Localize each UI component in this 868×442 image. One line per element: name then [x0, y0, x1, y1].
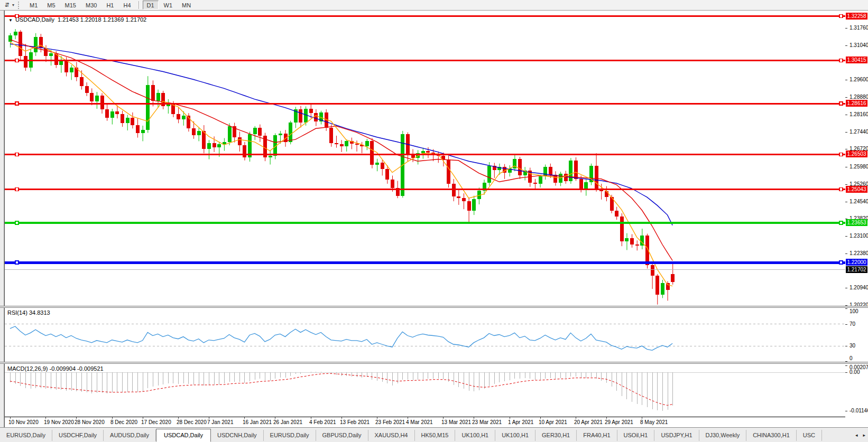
date-tick-label: 28 Dec 2020 [177, 419, 207, 425]
axis-tick-label: 1.20940 [849, 285, 868, 290]
timeframe-button-H1[interactable]: H1 [102, 1, 118, 10]
date-axis[interactable]: 10 Nov 202019 Nov 202028 Nov 20208 Dec 2… [5, 417, 845, 427]
price-line-label: 1.23653 [846, 219, 867, 226]
axis-tick-label: 1.22380 [849, 250, 868, 256]
date-tick-mark [178, 417, 179, 419]
panel-separator[interactable] [0, 362, 868, 364]
chart-tabs-bar: EURUSD,DailyUSDCHF,DailyAUDUSD,DailyUSDC… [0, 427, 868, 442]
date-tick-label: 4 Mar 2021 [406, 419, 433, 425]
chart-tab-USDJPY-H1[interactable]: USDJPY,H1 [654, 430, 699, 441]
date-tick-mark [377, 417, 377, 419]
axis-tick-mark [845, 45, 847, 46]
axis-tick-mark [845, 132, 847, 133]
chart-tab-UK100-H1[interactable]: UK100,H1 [495, 430, 535, 441]
timeframe-button-D1[interactable]: D1 [143, 1, 159, 10]
chart-tab-CHINA300-H1[interactable]: CHINA300,H1 [746, 430, 797, 441]
chart-title-dropdown-icon[interactable]: ▼ [8, 18, 13, 23]
chart-tab-EURUSD-Daily[interactable]: EURUSD,Daily [264, 430, 316, 441]
chart-tab-UK100-H1[interactable]: UK100,H1 [455, 430, 495, 441]
axis-tick-mark [845, 288, 847, 288]
timeframe-button-M15[interactable]: M15 [61, 1, 80, 10]
chart-arrows-icon[interactable]: ⇵ [2, 1, 12, 10]
axis-tick-mark [845, 346, 847, 346]
date-tick-mark [112, 417, 113, 419]
date-tick-mark [341, 417, 342, 419]
chart-tab-HK50-M15[interactable]: HK50,M15 [415, 430, 456, 441]
tab-scroll-right-button[interactable]: ▸ [860, 431, 868, 439]
timeframe-button-W1[interactable]: W1 [160, 1, 177, 10]
axis-tick-mark [845, 28, 847, 29]
chart-tab-XAUUSD-H4[interactable]: XAUUSD,H4 [368, 430, 415, 441]
axis-tick-label: -0.011462 [849, 408, 868, 413]
timeframe-button-H4[interactable]: H4 [119, 1, 135, 10]
date-tick-mark [143, 417, 143, 419]
chart-tab-EURUSD-Daily[interactable]: EURUSD,Daily [0, 430, 52, 441]
date-tick-label: 1 Apr 2021 [508, 419, 533, 425]
chart-tab-USDCAD-Daily[interactable]: USDCAD,Daily [156, 429, 211, 442]
chart-tab-USDCHF-Daily[interactable]: USDCHF,Daily [52, 430, 104, 441]
chart-tab-AUDUSD-Daily[interactable]: AUDUSD,Daily [104, 430, 156, 441]
timeframe-button-M1[interactable]: M1 [25, 1, 42, 10]
rsi-panel[interactable]: RSI(14) 34.8313 [5, 308, 845, 362]
chart-tab-USC[interactable]: USC [797, 430, 822, 441]
date-tick-label: 10 Nov 2020 [8, 419, 39, 425]
window-left-edge [0, 11, 4, 427]
axis-tick-label: 1.24540 [849, 199, 868, 204]
axis-tick-mark [845, 365, 847, 366]
tab-scroll-left-button[interactable]: ◂ [853, 431, 861, 439]
date-tick-label: 29 Apr 2021 [605, 419, 633, 425]
chart-tab-DJ30-Weekly[interactable]: DJ30,Weekly [699, 430, 747, 441]
chart-tab-FRA40-H1[interactable]: FRA40,H1 [577, 430, 617, 441]
macd-label: MACD(12,26,9) -0.009904 -0.009521 [7, 365, 104, 372]
axis-tick-mark [845, 308, 847, 309]
chart-tab-GBPUSD-Daily[interactable]: GBPUSD,Daily [316, 430, 368, 441]
date-tick-label: 28 Nov 2020 [75, 419, 105, 425]
macd-chart[interactable] [5, 364, 845, 417]
axis-tick-label: 1.31040 [849, 42, 868, 48]
axis-tick-mark [845, 97, 847, 98]
tab-scroll-controls: ◂▸ [853, 428, 868, 442]
chevron-down-icon[interactable]: ▾ [12, 3, 14, 7]
date-tick-label: 4 Feb 2021 [309, 419, 336, 425]
candlestick-chart[interactable] [5, 11, 845, 306]
axis-tick-mark [845, 411, 847, 411]
price-line-label: 1.26503 [846, 151, 867, 157]
date-tick-mark [510, 417, 510, 419]
chart-tab-USDCNH-Daily[interactable]: USDCNH,Daily [211, 430, 264, 441]
axis-tick-label: 1.29600 [849, 77, 868, 82]
chart-symbol-label: USDCAD,Daily [15, 16, 54, 23]
main-price-panel[interactable]: ▼USDCAD,Daily 1.21453 1.22018 1.21369 1.… [5, 11, 845, 306]
price-axis[interactable]: 1.317601.310401.296001.288801.281601.274… [845, 11, 868, 427]
axis-tick-label: 0 [849, 355, 853, 361]
axis-tick-mark [845, 149, 847, 149]
chart-tab-GER30-H1[interactable]: GER30,H1 [535, 430, 577, 441]
price-line-label: 1.21702 [846, 266, 867, 273]
timeframe-button-M30[interactable]: M30 [81, 1, 101, 10]
date-tick-label: 19 Nov 2020 [44, 419, 74, 425]
axis-tick-mark [845, 236, 847, 237]
axis-tick-label: 1.27440 [849, 129, 868, 135]
panel-separator[interactable] [0, 306, 868, 308]
axis-tick-label: 0.00 [849, 369, 860, 375]
date-tick-label: 20 Apr 2021 [574, 419, 603, 425]
date-tick-label: 16 Jan 2021 [243, 419, 272, 425]
price-line-label: 1.32258 [846, 13, 867, 20]
date-tick-mark [275, 417, 275, 419]
axis-tick-mark [845, 253, 847, 254]
date-tick-label: 26 Jan 2021 [273, 419, 302, 425]
toolbar-grip[interactable] [18, 2, 22, 9]
date-tick-label: 13 Mar 2021 [441, 419, 471, 425]
axis-tick-label: 1.28880 [849, 94, 868, 100]
timeframe-button-M5[interactable]: M5 [43, 1, 59, 10]
chart-tab-USOil-H1[interactable]: USOil,H1 [617, 430, 655, 441]
chart-workspace: ▼USDCAD,Daily 1.21453 1.22018 1.21369 1.… [0, 11, 868, 427]
date-tick-mark [408, 417, 408, 419]
date-tick-label: 8 Dec 2020 [110, 419, 137, 425]
date-tick-mark [540, 417, 541, 419]
date-tick-mark [209, 417, 209, 419]
axis-tick-label: 100 [849, 308, 858, 314]
timeframe-button-MN[interactable]: MN [178, 1, 195, 10]
rsi-chart[interactable] [5, 308, 845, 362]
macd-panel[interactable]: MACD(12,26,9) -0.009904 -0.009521 [5, 364, 845, 417]
axis-tick-mark [845, 324, 847, 325]
